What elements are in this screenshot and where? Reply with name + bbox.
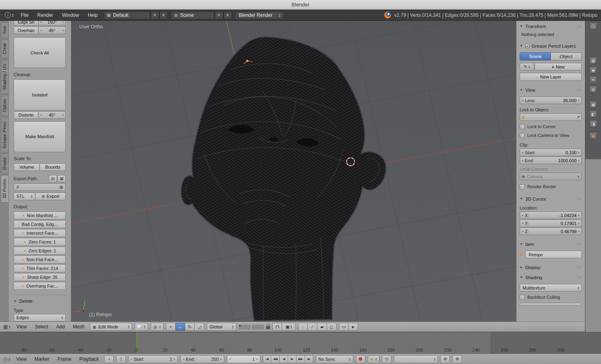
menu-frame[interactable]: Frame [54, 356, 74, 362]
scene-dropdown[interactable]: ◍ Scene [171, 11, 214, 19]
add-scene-button[interactable]: + [215, 11, 223, 19]
lock-camera-row[interactable]: Lock Camera to View [520, 132, 582, 139]
jump-to-start-button[interactable]: |◀ [263, 355, 271, 363]
clear-camera-icon[interactable]: × [577, 174, 580, 179]
menu-playback[interactable]: Playback [77, 356, 102, 362]
lock-to-cursor-checkbox[interactable] [520, 124, 525, 129]
item-name-field[interactable]: Retopo [525, 251, 582, 258]
edge-select-button[interactable]: ∕ [308, 323, 317, 331]
render-border-row[interactable]: Render Border [520, 183, 582, 190]
wireframe-head-mesh[interactable] [181, 37, 386, 321]
lens-slider[interactable]: ◂ Lens: 35.000 ▸ [520, 97, 582, 104]
shading-mode-dropdown[interactable]: Multitexture ▴▾ [520, 284, 582, 292]
increment-icon[interactable]: ▸ [578, 230, 580, 233]
isolated-button[interactable]: Isolated [14, 79, 66, 110]
increment-icon[interactable]: ▸ [578, 99, 580, 102]
limit-selection-button[interactable]: ◻ [327, 323, 337, 331]
export-path-field[interactable]: // ▦ [14, 183, 66, 191]
export-format-dropdown[interactable]: STL ▴▾ [14, 193, 35, 200]
increment-icon[interactable]: ▸ [174, 358, 175, 361]
increment-icon[interactable]: ▸ [63, 21, 64, 24]
grease-pencil-draw-dropdown[interactable]: ✎ ▴▾ [520, 63, 534, 70]
delete-panel-header[interactable]: ▼ Delete [14, 298, 66, 305]
local-camera-field[interactable]: ◉ Camera × [520, 173, 582, 180]
opengl-render-button[interactable]: ▭ [339, 323, 349, 331]
timeline-editor-type-button[interactable]: ◷ ▴▾ [2, 356, 11, 362]
increment-icon[interactable]: ▸ [63, 113, 64, 117]
render-tab-icon[interactable]: ▦ [589, 57, 597, 64]
menu-file[interactable]: File [18, 12, 31, 18]
lock-to-cursor-row[interactable]: Lock to Cursor [520, 123, 582, 130]
manipulator-toggle-button[interactable]: + [166, 323, 175, 331]
edge-sharp-angle-field[interactable]: ◂ 160° ▸ [39, 21, 66, 26]
layers-widget[interactable] [239, 325, 264, 329]
delete-screen-layout-button[interactable]: × [159, 11, 168, 19]
backface-culling-checkbox[interactable] [520, 295, 525, 300]
face-select-button[interactable]: ▰ [317, 323, 327, 331]
output-zero-faces-button[interactable]: ▲ Zero Faces: 1 [14, 238, 66, 246]
increment-icon[interactable]: ▸ [578, 214, 580, 217]
edge-sharp-button[interactable]: Edge Sh [14, 21, 38, 26]
output-non-manifold-button[interactable]: ▲ Non Manifold ... [14, 211, 66, 219]
tab-scene[interactable]: Scene [520, 52, 551, 60]
delete-scene-button[interactable]: × [224, 11, 232, 19]
decrement-icon[interactable]: ◂ [522, 214, 523, 217]
object-tab-icon[interactable]: ▣ [589, 101, 597, 108]
transform-panel-header[interactable]: ▼ Transform [520, 23, 582, 30]
clip-end-slider[interactable]: ◂ End: 1000.000 ▸ [520, 157, 582, 164]
camera-tab-icon[interactable]: ◉ [589, 66, 597, 74]
shading-panel-header[interactable]: ▼ Shading [520, 274, 582, 281]
snap-element-dropdown[interactable]: ▣ ▴▾ [282, 323, 296, 331]
add-screen-layout-button[interactable]: + [151, 11, 159, 19]
decrement-icon[interactable]: ◂ [522, 222, 523, 225]
browse-path-button[interactable]: ▦ [58, 175, 66, 182]
increment-icon[interactable]: ▸ [578, 222, 580, 225]
menu-view[interactable]: View [13, 356, 29, 362]
copy-path-button[interactable]: ▤ [49, 175, 57, 182]
transform-orientation-dropdown[interactable]: Global ▴▾ [207, 323, 236, 331]
timeline-ruler[interactable]: -80 -60 -40 -20 0 20 40 60 80 100 120 14… [0, 332, 601, 354]
output-intersect-faces-button[interactable]: ▲ Intersect Face... [14, 229, 66, 237]
decrement-icon[interactable]: ◂ [229, 358, 231, 361]
pivot-center-dropdown[interactable]: ◎ ▴▾ [151, 323, 163, 331]
overhang-button[interactable]: Overhan [14, 26, 38, 34]
manipulator-translate-button[interactable]: ↔ [175, 323, 185, 331]
record-button[interactable] [356, 355, 365, 363]
lock-to-object-field[interactable]: ▣ ✎ [520, 113, 582, 121]
menu-marker[interactable]: Marker [32, 356, 52, 362]
insert-keyframe-button[interactable]: ⊕ [440, 355, 450, 363]
3d-cursor-panel-header[interactable]: ▼ 3D Cursor [520, 195, 582, 202]
editor-type-button[interactable]: ▦ ▴▾ [2, 324, 11, 330]
scene-tab-icon[interactable]: ◍ [589, 86, 597, 93]
output-non-flat-faces-button[interactable]: ▲ Non-Flat Face... [14, 255, 66, 263]
distorted-angle-field[interactable]: ◂ 45° ▸ [39, 111, 66, 119]
play-button[interactable]: ▶ [288, 355, 296, 363]
output-sharp-edges-button[interactable]: ▲ Sharp Edge: 26 [14, 273, 66, 281]
render-border-checkbox[interactable] [520, 184, 525, 189]
tab-options[interactable]: Option [1, 95, 9, 116]
menu-help[interactable]: Help [85, 12, 101, 18]
decrement-icon[interactable]: ◂ [522, 159, 523, 162]
opengl-render-anim-button[interactable]: ▶ [349, 323, 358, 331]
tab-create[interactable]: Creat [1, 39, 9, 58]
cursor-z-slider[interactable]: ◂ Z: 0.46799 ▸ [520, 227, 582, 235]
autokey-mode-dropdown[interactable]: ◆ ▴▾ [368, 355, 380, 363]
menu-add[interactable]: Add [53, 324, 67, 330]
manipulator-scale-button[interactable]: ◿ [195, 323, 204, 331]
increment-icon[interactable]: ▸ [578, 159, 580, 162]
scale-volume-button[interactable]: Volume [14, 163, 40, 171]
decrement-icon[interactable]: ◂ [522, 151, 523, 154]
lock-frame-range-button[interactable]: ▯ [116, 355, 126, 363]
material-tab-icon[interactable]: ◆ [589, 132, 597, 139]
tab-grease-pencil[interactable]: Grease Penci [1, 117, 9, 152]
backface-culling-row[interactable]: Backface Culling [520, 294, 582, 300]
decrement-icon[interactable]: ◂ [131, 358, 132, 361]
decrement-icon[interactable]: ◂ [183, 358, 184, 361]
check-all-button[interactable]: Check All [14, 37, 66, 68]
increment-icon[interactable]: ▸ [63, 29, 64, 32]
delete-keyframe-button[interactable]: ⊗ [452, 355, 462, 363]
new-layer-button[interactable]: New Layer [520, 73, 582, 81]
output-bad-contiguous-button[interactable]: Bad Contig. Edg... [14, 220, 66, 228]
lock-to-scene-icon[interactable] [266, 326, 270, 329]
increment-icon[interactable]: ▸ [256, 358, 258, 361]
